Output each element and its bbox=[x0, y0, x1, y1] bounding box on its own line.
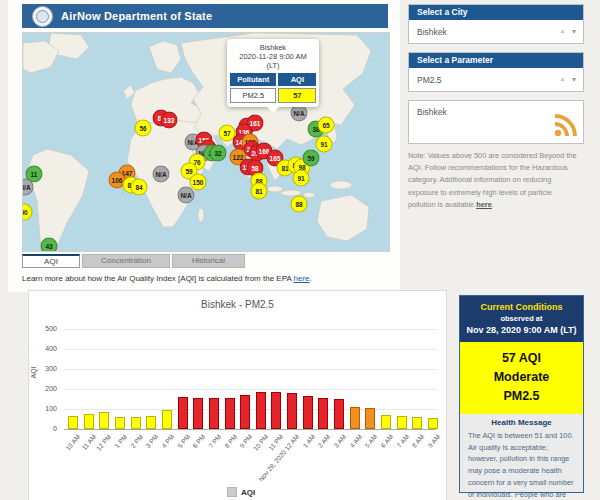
popup-timezone: (LT) bbox=[230, 61, 316, 70]
x-tick-label: 7 AM bbox=[395, 433, 410, 449]
parameter-select[interactable]: PM2.5 × ▾ bbox=[409, 68, 583, 91]
note-here-link[interactable]: here bbox=[476, 200, 492, 209]
chart-bar[interactable] bbox=[209, 398, 219, 429]
legend-label: AQI bbox=[241, 488, 255, 497]
tab-aqi[interactable]: AQI bbox=[22, 254, 80, 268]
chart-bar[interactable] bbox=[381, 415, 391, 429]
aqi-category: Moderate bbox=[460, 368, 583, 387]
chart-bar[interactable] bbox=[146, 416, 156, 429]
aqi-chart: Bishkek - PM2.5 AQI 010020030040050010 A… bbox=[28, 290, 447, 500]
y-tick-label: 500 bbox=[29, 325, 57, 332]
chart-bar[interactable] bbox=[428, 418, 438, 429]
gridline bbox=[64, 329, 436, 330]
rss-city-label: Bishkek bbox=[417, 107, 447, 117]
learn-more-suffix: . bbox=[310, 274, 312, 283]
chart-bar[interactable] bbox=[178, 397, 188, 429]
aqi-marker[interactable]: 133 bbox=[161, 112, 178, 129]
app-title: AirNow Department of State bbox=[61, 10, 212, 22]
parameter-select-value: PM2.5 bbox=[417, 75, 560, 85]
aqi-marker[interactable]: 150 bbox=[190, 174, 207, 191]
popup-table: Pollutant AQI PM2.5 57 bbox=[230, 73, 316, 103]
chart-bar[interactable] bbox=[68, 416, 78, 429]
x-tick-label: 8 AM bbox=[411, 433, 426, 449]
chart-bar[interactable] bbox=[115, 417, 125, 429]
epa-here-link[interactable]: here bbox=[294, 274, 310, 283]
chart-bar[interactable] bbox=[99, 412, 109, 429]
chart-title: Bishkek - PM2.5 bbox=[29, 299, 446, 310]
current-conditions-header: Current Conditions observed at Nov 28, 2… bbox=[460, 296, 583, 342]
aqi-marker[interactable]: 56 bbox=[135, 120, 152, 137]
chart-bar[interactable] bbox=[240, 395, 250, 429]
world-map[interactable]: 11N/A50438713356N/A156154N/A29327659150N… bbox=[22, 32, 390, 252]
aqi-marker[interactable]: 91 bbox=[316, 136, 333, 153]
chart-bar[interactable] bbox=[131, 417, 141, 429]
aqi-marker[interactable]: 84 bbox=[131, 179, 148, 196]
chevron-down-icon[interactable]: ▾ bbox=[572, 27, 576, 36]
aqi-marker[interactable]: 59 bbox=[303, 150, 320, 167]
x-tick-label: 12 PM bbox=[95, 433, 112, 452]
sidebar-note: Note: Values above 500 are considered Be… bbox=[408, 150, 580, 211]
legend-swatch bbox=[227, 487, 237, 497]
chart-bar[interactable] bbox=[397, 416, 407, 429]
x-tick-label: 3 PM bbox=[144, 433, 159, 449]
city-select-widget: Select a City Bishkek × ▾ bbox=[408, 4, 584, 44]
y-tick-label: 400 bbox=[29, 345, 57, 352]
popup-tail bbox=[267, 107, 279, 113]
chart-bar[interactable] bbox=[412, 417, 422, 429]
aqi-value-line: 57 AQI bbox=[460, 349, 583, 368]
x-tick-label: 4 AM bbox=[348, 433, 363, 449]
aqi-marker[interactable]: 65 bbox=[318, 117, 335, 134]
x-tick-label: 6 PM bbox=[191, 433, 206, 449]
x-tick-label: 3 AM bbox=[333, 433, 348, 449]
tab-historical[interactable]: Historical bbox=[172, 254, 245, 268]
x-tick-label: 1 PM bbox=[113, 433, 128, 449]
x-tick-label: 5 PM bbox=[176, 433, 191, 449]
health-message-text: The AQI is between 51 and 100. Air quali… bbox=[468, 430, 575, 500]
x-tick-label: 10 AM bbox=[64, 433, 81, 452]
chart-bar[interactable] bbox=[162, 410, 172, 429]
chart-bar[interactable] bbox=[271, 392, 281, 429]
x-tick-label: 6 AM bbox=[379, 433, 394, 449]
chart-bar[interactable] bbox=[193, 398, 203, 429]
current-conditions-title: Current Conditions bbox=[462, 301, 581, 313]
x-tick-label: 9 AM bbox=[426, 433, 441, 449]
clear-icon[interactable]: × bbox=[560, 27, 565, 36]
chart-bar[interactable] bbox=[225, 398, 235, 429]
chart-bar[interactable] bbox=[318, 398, 328, 429]
chevron-down-icon[interactable]: ▾ bbox=[572, 75, 576, 84]
y-tick-label: 300 bbox=[29, 365, 57, 372]
aqi-summary-box: 57 AQI Moderate PM2.5 bbox=[460, 342, 583, 414]
aqi-marker[interactable]: 32 bbox=[210, 145, 227, 162]
city-select[interactable]: Bishkek × ▾ bbox=[409, 20, 583, 43]
tab-concentration[interactable]: Concentration bbox=[82, 254, 170, 268]
city-select-header: Select a City bbox=[409, 5, 583, 20]
aqi-marker[interactable]: 81 bbox=[251, 183, 268, 200]
chart-bar[interactable] bbox=[303, 396, 313, 429]
chart-bar[interactable] bbox=[334, 399, 344, 429]
chart-bar[interactable] bbox=[287, 393, 297, 429]
aqi-marker[interactable]: N/A bbox=[291, 105, 308, 122]
aqi-marker[interactable]: 43 bbox=[41, 238, 58, 253]
popup-aqi-value: 57 bbox=[278, 88, 316, 103]
clear-icon[interactable]: × bbox=[560, 75, 565, 84]
chart-bar[interactable] bbox=[365, 408, 375, 429]
learn-more-prefix: Learn more about how the Air Quality Ind… bbox=[22, 274, 294, 283]
chart-bar[interactable] bbox=[84, 414, 94, 429]
y-tick-label: 100 bbox=[29, 405, 57, 412]
rss-icon[interactable] bbox=[553, 114, 577, 138]
x-tick-label: 2 AM bbox=[317, 433, 332, 449]
x-axis-line bbox=[64, 429, 436, 430]
popup-datetime: 2020-11-28 9:00 AM bbox=[230, 52, 316, 61]
aqi-marker[interactable]: 88 bbox=[291, 196, 308, 213]
y-tick-label: 0 bbox=[29, 425, 57, 432]
observed-at-label: observed at bbox=[462, 313, 581, 324]
chart-bar[interactable] bbox=[350, 407, 360, 429]
aqi-marker[interactable]: N/A bbox=[178, 187, 195, 204]
rss-feed-box: Bishkek bbox=[408, 100, 584, 144]
aqi-marker[interactable]: N/A bbox=[153, 166, 170, 183]
app-header: AirNow Department of State bbox=[22, 4, 388, 28]
current-conditions-panel: Current Conditions observed at Nov 28, 2… bbox=[459, 295, 584, 493]
aqi-marker[interactable]: 91 bbox=[293, 170, 310, 187]
parameter-select-widget: Select a Parameter PM2.5 × ▾ bbox=[408, 52, 584, 92]
chart-bar[interactable] bbox=[256, 392, 266, 429]
